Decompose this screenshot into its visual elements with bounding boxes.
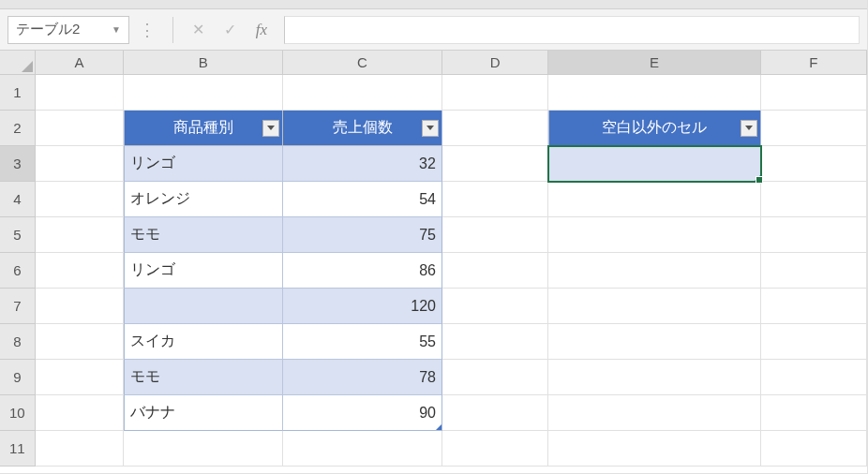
- cell[interactable]: [36, 324, 125, 360]
- cell[interactable]: [442, 253, 548, 289]
- col-header-C[interactable]: C: [283, 51, 442, 74]
- cell[interactable]: [36, 146, 125, 182]
- col-header-E[interactable]: E: [548, 51, 760, 74]
- row-header[interactable]: 3: [0, 146, 36, 182]
- cell[interactable]: [442, 431, 548, 467]
- row-header[interactable]: 10: [0, 395, 36, 431]
- table1-cell-product[interactable]: リンゴ: [124, 253, 283, 289]
- formula-bar: テーブル2 ▼ ⋮ ✕ ✓ fx: [0, 9, 867, 51]
- table1-cell-sales[interactable]: 86: [283, 253, 442, 289]
- table1-cell-product[interactable]: [124, 289, 283, 324]
- cell[interactable]: [761, 289, 867, 324]
- cell[interactable]: [442, 75, 548, 111]
- cell[interactable]: [442, 395, 548, 431]
- cell[interactable]: [761, 75, 867, 111]
- cell[interactable]: [442, 324, 548, 360]
- table1-cell-product[interactable]: スイカ: [124, 324, 283, 360]
- filter-dropdown-icon[interactable]: [741, 120, 757, 137]
- row-header[interactable]: 5: [0, 217, 36, 253]
- insert-function-button[interactable]: fx: [248, 17, 275, 43]
- row-header[interactable]: 6: [0, 253, 36, 289]
- col-header-F[interactable]: F: [761, 51, 867, 74]
- cell[interactable]: [442, 111, 548, 146]
- chevron-down-icon[interactable]: ▼: [112, 24, 121, 35]
- formula-input[interactable]: [284, 16, 860, 44]
- table1-cell-product[interactable]: モモ: [124, 217, 283, 253]
- cell[interactable]: [442, 182, 548, 217]
- table1-cell-product[interactable]: オレンジ: [124, 182, 283, 217]
- cell[interactable]: [761, 253, 867, 289]
- table1-cell-product[interactable]: バナナ: [124, 395, 283, 431]
- cell[interactable]: [761, 111, 867, 146]
- table1-cell-sales[interactable]: 90: [283, 395, 442, 431]
- cell[interactable]: [36, 253, 125, 289]
- handle-icon[interactable]: ⋮: [139, 25, 157, 35]
- table1-cell-sales[interactable]: 78: [283, 360, 442, 395]
- cell[interactable]: [36, 395, 125, 431]
- cell[interactable]: [124, 75, 283, 111]
- cell[interactable]: [442, 360, 548, 395]
- col-header-D[interactable]: D: [442, 51, 548, 74]
- cell[interactable]: [36, 360, 125, 395]
- cell[interactable]: [761, 360, 867, 395]
- cell[interactable]: [761, 182, 867, 217]
- table1-cell-sales[interactable]: 55: [283, 324, 442, 360]
- cell[interactable]: [36, 75, 125, 111]
- active-cell[interactable]: [548, 146, 760, 182]
- select-all-corner[interactable]: [0, 51, 36, 74]
- row: 6 リンゴ 86: [0, 253, 867, 289]
- cell[interactable]: [283, 431, 442, 467]
- cell[interactable]: [442, 289, 548, 324]
- row-header[interactable]: 4: [0, 182, 36, 217]
- cell[interactable]: [761, 431, 867, 467]
- cell[interactable]: [283, 75, 442, 111]
- table1-cell-sales[interactable]: 54: [283, 182, 442, 217]
- row: 4 オレンジ 54: [0, 182, 867, 217]
- row-header[interactable]: 7: [0, 289, 36, 324]
- cell[interactable]: [548, 75, 760, 111]
- table2-header[interactable]: 空白以外のセル: [548, 111, 760, 146]
- cell[interactable]: [548, 431, 760, 467]
- row: 7 120: [0, 289, 867, 324]
- cell[interactable]: [761, 324, 867, 360]
- row: 11: [0, 431, 867, 467]
- cell[interactable]: [761, 395, 867, 431]
- row-header[interactable]: 11: [0, 431, 36, 467]
- accept-formula-button[interactable]: ✓: [217, 17, 243, 43]
- cell[interactable]: [548, 253, 760, 289]
- cell[interactable]: [36, 111, 125, 146]
- name-box[interactable]: テーブル2 ▼: [7, 16, 129, 44]
- cell[interactable]: [36, 182, 125, 217]
- row: 8 スイカ 55: [0, 324, 867, 360]
- cell[interactable]: [36, 431, 125, 467]
- table1-cell-sales[interactable]: 75: [283, 217, 442, 253]
- cell[interactable]: [761, 146, 867, 182]
- cell[interactable]: [124, 431, 283, 467]
- cell[interactable]: [442, 146, 548, 182]
- row-header[interactable]: 8: [0, 324, 36, 360]
- cell[interactable]: [548, 289, 760, 324]
- filter-dropdown-icon[interactable]: [422, 120, 439, 137]
- row-header[interactable]: 2: [0, 111, 36, 146]
- filter-dropdown-icon[interactable]: [262, 120, 279, 137]
- row-header[interactable]: 9: [0, 360, 36, 395]
- cell[interactable]: [442, 217, 548, 253]
- cell[interactable]: [548, 395, 760, 431]
- col-header-B[interactable]: B: [124, 51, 283, 74]
- cell[interactable]: [36, 289, 125, 324]
- col-header-A[interactable]: A: [36, 51, 124, 74]
- table1-cell-product[interactable]: リンゴ: [124, 146, 283, 182]
- table1-cell-sales[interactable]: 120: [283, 289, 442, 324]
- cell[interactable]: [548, 182, 760, 217]
- cancel-formula-button[interactable]: ✕: [185, 17, 211, 43]
- table1-header-product[interactable]: 商品種別: [124, 111, 283, 146]
- cell[interactable]: [761, 217, 867, 253]
- table1-cell-product[interactable]: モモ: [124, 360, 283, 395]
- cell[interactable]: [548, 217, 760, 253]
- cell[interactable]: [548, 324, 760, 360]
- table1-header-sales[interactable]: 売上個数: [283, 111, 442, 146]
- table1-cell-sales[interactable]: 32: [283, 146, 442, 182]
- cell[interactable]: [548, 360, 760, 395]
- cell[interactable]: [36, 217, 125, 253]
- row-header[interactable]: 1: [0, 75, 36, 111]
